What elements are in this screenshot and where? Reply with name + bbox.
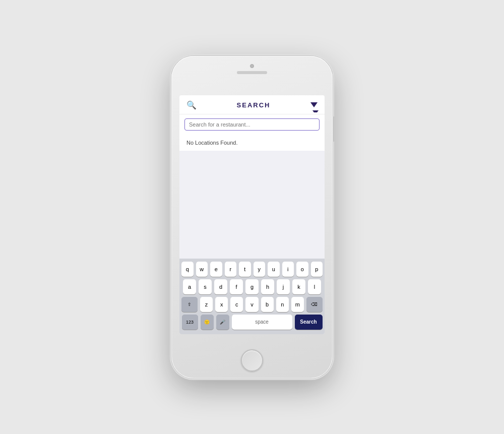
shift-key[interactable]: ⇧ xyxy=(181,297,198,312)
key-p[interactable]: p xyxy=(311,262,323,277)
key-o[interactable]: o xyxy=(296,262,308,277)
keyboard-row-2: a s d f g h j k l xyxy=(181,279,323,294)
search-input-container xyxy=(179,114,325,135)
key-k[interactable]: k xyxy=(292,279,305,294)
search-key[interactable]: Search xyxy=(295,315,323,330)
key-t[interactable]: t xyxy=(239,262,251,277)
key-w[interactable]: w xyxy=(196,262,208,277)
home-button[interactable] xyxy=(241,349,263,371)
mic-key[interactable]: 🎤 xyxy=(216,315,229,330)
key-j[interactable]: j xyxy=(277,279,290,294)
key-z[interactable]: z xyxy=(200,297,213,312)
phone-mockup: 🔍 SEARCH No Locations Found. q w e xyxy=(171,56,333,379)
key-l[interactable]: l xyxy=(308,279,321,294)
space-key[interactable]: space xyxy=(232,315,292,330)
header-title: SEARCH xyxy=(237,101,271,109)
filter-icon[interactable] xyxy=(310,102,318,107)
emoji-key[interactable]: 🙂 xyxy=(201,315,214,330)
key-q[interactable]: q xyxy=(181,262,194,277)
front-camera xyxy=(250,64,254,68)
key-d[interactable]: d xyxy=(214,279,227,294)
key-h[interactable]: h xyxy=(261,279,274,294)
key-r[interactable]: r xyxy=(225,262,237,277)
backspace-key[interactable]: ⌫ xyxy=(306,297,323,312)
content-area xyxy=(179,151,325,259)
keyboard-bottom-row: 123 🙂 🎤 space Search xyxy=(181,315,323,330)
key-y[interactable]: y xyxy=(254,262,266,277)
key-c[interactable]: c xyxy=(230,297,243,312)
key-f[interactable]: f xyxy=(230,279,243,294)
key-b[interactable]: b xyxy=(261,297,274,312)
app-header: 🔍 SEARCH xyxy=(179,95,325,114)
key-v[interactable]: v xyxy=(245,297,258,312)
keyboard-row-3: ⇧ z x c v b n m ⌫ xyxy=(181,297,323,312)
key-s[interactable]: s xyxy=(199,279,212,294)
search-icon[interactable]: 🔍 xyxy=(186,100,197,110)
key-g[interactable]: g xyxy=(245,279,259,294)
phone-top-area xyxy=(171,64,333,74)
key-n[interactable]: n xyxy=(276,297,289,312)
keyboard-row-1: q w e r t y u i o p xyxy=(181,262,323,277)
key-i[interactable]: i xyxy=(282,262,294,277)
no-locations-text: No Locations Found. xyxy=(179,135,325,151)
key-e[interactable]: e xyxy=(210,262,222,277)
key-u[interactable]: u xyxy=(268,262,280,277)
key-a[interactable]: a xyxy=(183,279,196,294)
phone-speaker xyxy=(237,71,267,74)
numbers-key[interactable]: 123 xyxy=(182,315,198,330)
phone-screen: 🔍 SEARCH No Locations Found. q w e xyxy=(179,95,325,334)
keyboard: q w e r t y u i o p a s d f g xyxy=(179,259,325,334)
key-m[interactable]: m xyxy=(291,297,304,312)
phone-shell: 🔍 SEARCH No Locations Found. q w e xyxy=(171,56,333,379)
search-input[interactable] xyxy=(184,118,320,131)
key-x[interactable]: x xyxy=(215,297,228,312)
